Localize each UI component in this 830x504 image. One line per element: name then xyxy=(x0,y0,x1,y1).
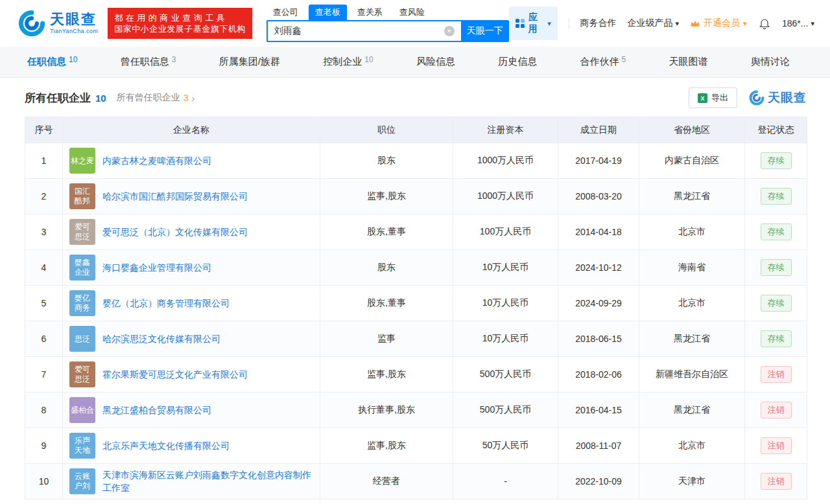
capital-cell: 500万人民币 xyxy=(453,357,558,393)
status-badge: 存续 xyxy=(761,259,792,276)
divider xyxy=(569,18,569,29)
company-logo: 盛柏合 xyxy=(69,397,95,423)
nav-tab-count: 3 xyxy=(172,55,176,64)
brand-domain: TianYanCha.com xyxy=(50,29,98,35)
column-header-position: 职位 xyxy=(320,117,453,143)
nav-tab-label: 曾任职信息 xyxy=(121,56,169,68)
table-row: 9 乐声 天地 北京乐声天地文化传播有限公司 监事,股东 50万人民币 2008… xyxy=(25,428,807,464)
former-count: 3 xyxy=(184,93,189,103)
nav-tab[interactable]: 任职信息 10 xyxy=(27,47,77,77)
nav-tab-count: 5 xyxy=(622,55,626,64)
status-badge: 存续 xyxy=(761,330,792,347)
status-badge: 注销 xyxy=(761,366,792,383)
nav-tab[interactable]: 曾任职信息 3 xyxy=(121,47,176,77)
capital-cell: 10万人民币 xyxy=(453,321,558,357)
company-name-link[interactable]: 海口婴鑫企业管理有限公司 xyxy=(102,261,211,274)
business-cooperation-link[interactable]: 商务合作 xyxy=(580,17,617,29)
company-name-link[interactable]: 北京乐声天地文化传播有限公司 xyxy=(102,439,230,452)
capital-cell: 50万人民币 xyxy=(453,428,558,464)
enterprise-products-link[interactable]: 企业级产品 ▾ xyxy=(628,17,680,29)
vip-membership-link[interactable]: 开通会员 ▾ xyxy=(690,17,747,29)
row-index: 1 xyxy=(25,143,63,179)
apps-label: 应用 xyxy=(528,12,543,35)
search-type-tab[interactable]: 查风险 xyxy=(393,5,431,20)
companies-table: 序号 企业名称 职位 注册资本 成立日期 省份地区 登记状态 1 林之麦 内蒙古… xyxy=(25,117,807,499)
row-index: 4 xyxy=(25,250,63,286)
notification-bell-icon[interactable] xyxy=(758,16,771,30)
apps-grid-icon xyxy=(516,19,525,28)
status-badge: 存续 xyxy=(761,295,792,312)
status-badge: 注销 xyxy=(761,437,792,454)
row-index: 5 xyxy=(25,286,63,321)
table-row: 10 云账 户刘 天津市滨海新区云账户刘雨鑫数字文化创意内容制作工作室 经营者 … xyxy=(25,464,807,499)
nav-tab[interactable]: 所属集团/族群 xyxy=(219,47,280,77)
caret-down-icon: ▾ xyxy=(811,19,814,28)
nav-tab[interactable]: 舆情讨论 xyxy=(751,47,790,77)
nav-tab[interactable]: 天眼图谱 xyxy=(669,47,708,77)
company-name-link[interactable]: 婴亿（北京）商务管理有限公司 xyxy=(102,297,230,310)
chevron-right-icon: › xyxy=(191,93,195,104)
section-title: 所有任职企业 xyxy=(25,91,91,106)
region-cell: 北京市 xyxy=(639,214,745,250)
nav-tab[interactable]: 历史信息 xyxy=(498,47,537,77)
position-cell: 股东,董事 xyxy=(320,286,453,321)
nav-tab[interactable]: 控制企业 10 xyxy=(323,47,373,77)
search-type-tab[interactable]: 查老板 xyxy=(309,5,347,20)
search-input[interactable] xyxy=(267,20,461,42)
company-logo: 乐声 天地 xyxy=(69,433,95,459)
header-right-menu: 应用 ▾ 商务合作 企业级产品 ▾ 开通会员 ▾ 186*... ▾ xyxy=(509,6,814,40)
former-companies-link[interactable]: 所有曾任职企业 3 › xyxy=(117,92,195,104)
search-type-tab[interactable]: 查公司 xyxy=(267,5,305,20)
excel-icon: x xyxy=(698,93,707,103)
table-row: 1 林之麦 内蒙古林之麦啤酒有限公司 股东 1000万人民币 2017-04-1… xyxy=(25,143,807,179)
caret-down-icon: ▾ xyxy=(743,19,747,28)
company-name-link[interactable]: 天津市滨海新区云账户刘雨鑫数字文化创意内容制作工作室 xyxy=(102,468,313,494)
company-name-link[interactable]: 哈尔滨市国汇酷邦国际贸易有限公司 xyxy=(102,190,248,203)
table-header-row: 序号 企业名称 职位 注册资本 成立日期 省份地区 登记状态 xyxy=(25,117,807,143)
date-cell: 2008-03-20 xyxy=(558,179,639,214)
apps-menu-button[interactable]: 应用 ▾ xyxy=(509,6,558,40)
row-index: 3 xyxy=(25,214,63,250)
position-cell: 股东 xyxy=(320,143,453,179)
company-logo: 国汇 酷邦 xyxy=(69,183,95,209)
company-logo: 爱可 思泛 xyxy=(69,361,95,387)
user-phone-menu[interactable]: 186*... ▾ xyxy=(782,18,814,29)
row-index: 10 xyxy=(25,464,63,499)
company-logo: 思泛 xyxy=(69,326,95,352)
caret-down-icon: ▾ xyxy=(676,19,680,28)
row-index: 7 xyxy=(25,357,63,393)
position-cell: 监事,股东 xyxy=(320,179,453,214)
region-cell: 北京市 xyxy=(639,286,745,321)
nav-tab[interactable]: 合作伙伴 5 xyxy=(580,47,626,77)
promo-line-2: 国家中小企业发展子基金旗下机构 xyxy=(114,23,246,34)
nav-tabs: 任职信息 10 曾任职信息 3 所属集团/族群 控制企业 10 风险信息 历史信… xyxy=(0,47,830,78)
position-cell: 股东,董事 xyxy=(320,214,453,250)
date-cell: 2014-04-18 xyxy=(558,214,639,250)
region-cell: 北京市 xyxy=(639,428,745,464)
company-name-link[interactable]: 内蒙古林之麦啤酒有限公司 xyxy=(102,154,211,167)
search-button[interactable]: 天眼一下 xyxy=(461,20,509,42)
table-row: 8 盛柏合 黑龙江盛柏合贸易有限公司 执行董事,股东 500万人民币 2016-… xyxy=(25,393,807,428)
search-type-tab[interactable]: 查关系 xyxy=(351,5,389,20)
nav-tab-label: 天眼图谱 xyxy=(669,56,708,68)
tianyancha-logo[interactable]: 天眼查 TianYanCha.com xyxy=(18,10,98,37)
column-header-capital: 注册资本 xyxy=(453,117,558,143)
export-button[interactable]: x 导出 xyxy=(689,87,737,108)
column-header-date: 成立日期 xyxy=(558,117,639,143)
region-cell: 内蒙古自治区 xyxy=(639,143,745,179)
company-name-link[interactable]: 哈尔滨思泛文化传媒有限公司 xyxy=(102,332,220,345)
nav-tab-label: 合作伙伴 xyxy=(580,56,619,68)
nav-tab-label: 任职信息 xyxy=(27,56,66,68)
region-cell: 天津市 xyxy=(639,464,745,499)
section-count: 10 xyxy=(95,93,106,104)
nav-tab[interactable]: 风险信息 xyxy=(416,47,455,77)
nav-tab-label: 风险信息 xyxy=(416,56,455,68)
table-row: 3 爱可 思泛 爱可思泛（北京）文化传媒有限公司 股东,董事 100万人民币 2… xyxy=(25,214,807,250)
clear-icon[interactable]: × xyxy=(444,26,455,36)
brand-name: 天眼查 xyxy=(50,12,98,27)
company-name-link[interactable]: 爱可思泛（北京）文化传媒有限公司 xyxy=(102,225,248,238)
company-name-link[interactable]: 黑龙江盛柏合贸易有限公司 xyxy=(102,404,211,417)
watermark-brand: 天眼查 xyxy=(768,89,807,106)
company-logo: 婴亿 商务 xyxy=(69,290,95,316)
company-name-link[interactable]: 霍尔果斯爱可思泛文化产业有限公司 xyxy=(102,368,248,381)
